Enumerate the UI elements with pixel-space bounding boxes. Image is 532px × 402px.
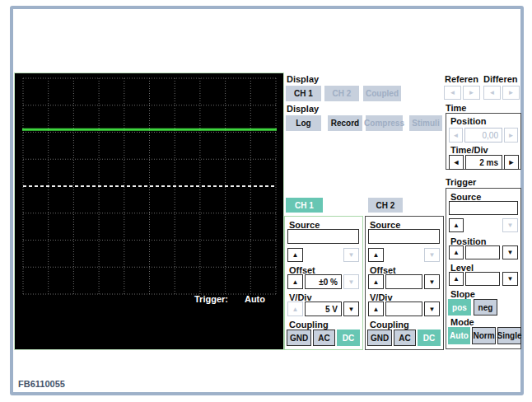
up-arrow-icon: ▲	[292, 278, 299, 286]
trigger-group-label: Trigger	[446, 177, 476, 187]
time-position-field[interactable]: 0,00	[464, 128, 502, 143]
ch1-tab-button[interactable]: CH 1	[286, 198, 323, 213]
down-arrow-icon: ▼	[507, 249, 514, 256]
up-arrow-icon: ▲	[292, 251, 299, 259]
ch1-vdiv-field[interactable]: 5 V	[305, 302, 342, 316]
display-ch2-button[interactable]: CH 2	[324, 86, 359, 101]
difference-prev-button[interactable]: ◄	[483, 86, 501, 100]
trigger-position-field[interactable]	[465, 245, 500, 259]
left-arrow-icon: ◄	[489, 89, 496, 96]
time-per-div-field[interactable]: 2 ms	[465, 155, 502, 170]
trigger-slope-label: Slope	[450, 289, 475, 299]
display-ch1-button[interactable]: CH 1	[286, 86, 321, 101]
trigger-source-field[interactable]	[449, 201, 518, 215]
display-log-button[interactable]: Log	[286, 115, 321, 131]
reference-group-label: Referen	[445, 74, 478, 84]
ch2-vdiv-up-button[interactable]: ▲	[368, 302, 384, 316]
ch1-offset-field[interactable]: ±0 %	[305, 274, 342, 289]
display-channel-group-label: Display	[287, 74, 319, 84]
ch1-coupling-ac-button[interactable]: AC	[313, 330, 335, 346]
figure-code: FB6110055	[18, 379, 65, 389]
up-arrow-icon: ▲	[453, 222, 460, 229]
difference-next-button[interactable]: ►	[502, 86, 520, 100]
ch2-offset-up-button[interactable]: ▲	[368, 274, 384, 289]
time-position-decrement-button[interactable]: ◄	[449, 128, 463, 143]
ch2-tab-button[interactable]: CH 2	[368, 198, 403, 213]
ch1-source-down-button[interactable]: ▼	[343, 248, 359, 262]
ch2-source-field[interactable]	[368, 229, 440, 244]
ch2-coupling-gnd-button[interactable]: GND	[367, 330, 392, 346]
trigger-slope-pos-button[interactable]: pos	[448, 299, 471, 316]
time-per-div-decrement-button[interactable]: ◄	[449, 155, 464, 170]
display-record-button[interactable]: Record	[328, 115, 362, 131]
trigger-position-down-button[interactable]: ▼	[502, 245, 518, 259]
reference-prev-button[interactable]: ◄	[444, 86, 461, 100]
ch2-source-down-button[interactable]: ▼	[424, 248, 440, 262]
ch2-coupling-dc-button[interactable]: DC	[418, 330, 441, 346]
up-arrow-icon: ▲	[373, 251, 380, 259]
left-arrow-icon: ◄	[453, 158, 460, 166]
display-stimuli-button[interactable]: Stimuli	[409, 115, 442, 131]
trigger-level-up-button[interactable]: ▲	[449, 272, 464, 286]
right-arrow-icon: ►	[469, 89, 475, 96]
ch1-offset-down-button[interactable]: ▼	[343, 274, 359, 289]
trigger-mode-single-button[interactable]: Single	[497, 327, 521, 344]
ch1-offset-up-button[interactable]: ▲	[287, 274, 303, 289]
time-group-label: Time	[446, 103, 466, 113]
ch2-vdiv-field[interactable]	[385, 302, 422, 316]
up-arrow-icon: ▲	[453, 275, 460, 283]
up-arrow-icon: ▲	[373, 306, 380, 313]
reference-next-button[interactable]: ►	[463, 86, 480, 100]
up-arrow-icon: ▲	[292, 306, 299, 313]
right-arrow-icon: ►	[508, 158, 516, 166]
ch1-vdiv-up-button[interactable]: ▲	[287, 302, 303, 316]
trigger-level-field[interactable]	[465, 272, 500, 286]
trigger-source-up-button[interactable]: ▲	[449, 218, 464, 232]
display-mode-group-label: Display	[287, 104, 319, 114]
trigger-status-label: Trigger:	[194, 294, 228, 304]
ch1-coupling-gnd-button[interactable]: GND	[287, 330, 311, 346]
difference-group-label: Differen	[483, 74, 518, 84]
left-arrow-icon: ◄	[453, 132, 460, 139]
trigger-mode-label: Mode	[450, 317, 474, 327]
right-arrow-icon: ►	[508, 89, 515, 96]
ch1-coupling-label: Coupling	[289, 320, 329, 330]
ch1-coupling-dc-button[interactable]: DC	[337, 330, 360, 346]
ch2-vdiv-down-button[interactable]: ▼	[424, 302, 440, 316]
down-arrow-icon: ▼	[429, 278, 436, 286]
scope-display: Trigger:Auto	[14, 72, 284, 350]
ch2-coupling-label: Coupling	[370, 320, 409, 330]
trigger-mode-norm-button[interactable]: Norm	[472, 327, 496, 344]
trigger-level-down-button[interactable]: ▼	[502, 272, 518, 286]
up-arrow-icon: ▲	[453, 249, 460, 256]
right-arrow-icon: ►	[508, 132, 515, 139]
ch1-source-field[interactable]	[287, 229, 359, 244]
ch2-offset-field[interactable]	[385, 274, 422, 289]
down-arrow-icon: ▼	[429, 251, 436, 259]
ch1-source-up-button[interactable]: ▲	[287, 248, 303, 262]
time-per-div-increment-button[interactable]: ►	[504, 155, 519, 170]
time-per-div-label: Time/Div	[450, 145, 488, 155]
trigger-slope-neg-button[interactable]: neg	[474, 299, 497, 316]
time-position-label: Position	[450, 116, 486, 126]
display-coupled-button[interactable]: Coupled	[363, 86, 401, 101]
ch2-source-up-button[interactable]: ▲	[368, 248, 384, 262]
ch1-vdiv-down-button[interactable]: ▼	[343, 302, 359, 316]
ch2-coupling-ac-button[interactable]: AC	[394, 330, 416, 346]
ch2-offset-down-button[interactable]: ▼	[424, 274, 440, 289]
down-arrow-icon: ▼	[507, 222, 514, 229]
scope-grid-svg	[15, 73, 283, 349]
down-arrow-icon: ▼	[348, 306, 355, 313]
time-position-increment-button[interactable]: ►	[504, 128, 518, 143]
trigger-source-down-button[interactable]: ▼	[502, 218, 518, 232]
up-arrow-icon: ▲	[373, 278, 380, 286]
down-arrow-icon: ▼	[348, 278, 355, 286]
display-compress-button[interactable]: Compress	[366, 115, 403, 131]
trigger-status: Trigger:Auto	[194, 294, 265, 304]
down-arrow-icon: ▼	[429, 306, 436, 313]
trigger-status-value: Auto	[245, 294, 265, 304]
down-arrow-icon: ▼	[348, 251, 355, 259]
left-arrow-icon: ◄	[450, 89, 456, 96]
trigger-mode-auto-button[interactable]: Auto	[448, 327, 470, 344]
trigger-position-up-button[interactable]: ▲	[449, 245, 464, 259]
